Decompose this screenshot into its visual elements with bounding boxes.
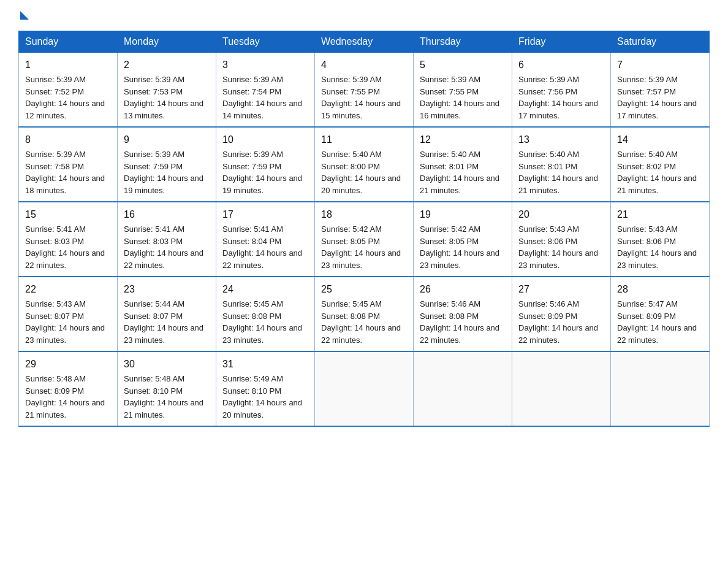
calendar-header: SundayMondayTuesdayWednesdayThursdayFrid… [19, 31, 710, 53]
sunset-label: Sunset: 8:10 PM [124, 386, 183, 396]
daylight-label: Daylight: 14 hours and 22 minutes. [124, 248, 203, 270]
daylight-label: Daylight: 14 hours and 22 minutes. [25, 248, 105, 270]
calendar-body: 1 Sunrise: 5:39 AM Sunset: 7:52 PM Dayli… [19, 53, 710, 427]
calendar-cell: 9 Sunrise: 5:39 AM Sunset: 7:59 PM Dayli… [118, 127, 216, 202]
day-number: 17 [222, 207, 308, 222]
sunset-label: Sunset: 7:57 PM [617, 87, 676, 96]
day-number: 25 [321, 282, 407, 297]
sunrise-label: Sunrise: 5:41 AM [222, 224, 283, 234]
day-number: 13 [518, 132, 604, 147]
day-number: 9 [124, 132, 210, 147]
day-header-saturday: Saturday [611, 31, 710, 53]
daylight-label: Daylight: 14 hours and 23 minutes. [420, 248, 499, 270]
sunrise-label: Sunrise: 5:39 AM [25, 150, 86, 159]
calendar-cell: 22 Sunrise: 5:43 AM Sunset: 8:07 PM Dayl… [19, 277, 118, 351]
calendar-cell [414, 351, 512, 426]
sunrise-label: Sunrise: 5:48 AM [124, 374, 184, 383]
calendar-cell: 18 Sunrise: 5:42 AM Sunset: 8:05 PM Dayl… [315, 202, 414, 277]
calendar-cell: 11 Sunrise: 5:40 AM Sunset: 8:00 PM Dayl… [315, 127, 414, 202]
calendar-cell [315, 351, 414, 426]
calendar-cell: 21 Sunrise: 5:43 AM Sunset: 8:06 PM Dayl… [611, 202, 710, 277]
daylight-label: Daylight: 14 hours and 20 minutes. [321, 174, 401, 195]
day-number: 3 [222, 58, 308, 72]
calendar-cell: 10 Sunrise: 5:39 AM Sunset: 7:59 PM Dayl… [216, 127, 315, 202]
sunset-label: Sunset: 8:09 PM [617, 312, 676, 321]
day-number: 27 [518, 282, 604, 297]
sunset-label: Sunset: 8:01 PM [518, 162, 577, 171]
sunrise-label: Sunrise: 5:39 AM [124, 150, 184, 159]
sunrise-label: Sunrise: 5:40 AM [617, 150, 678, 159]
calendar-cell: 20 Sunrise: 5:43 AM Sunset: 8:06 PM Dayl… [512, 202, 611, 277]
sunrise-label: Sunrise: 5:42 AM [321, 224, 382, 234]
daylight-label: Daylight: 14 hours and 14 minutes. [222, 99, 302, 120]
sunrise-label: Sunrise: 5:48 AM [25, 374, 86, 383]
daylight-label: Daylight: 14 hours and 22 minutes. [222, 248, 302, 270]
sunset-label: Sunset: 8:07 PM [124, 312, 183, 321]
sunset-label: Sunset: 7:55 PM [420, 87, 479, 96]
day-header-monday: Monday [118, 31, 216, 53]
day-number: 18 [321, 207, 407, 222]
daylight-label: Daylight: 14 hours and 22 minutes. [518, 323, 598, 345]
daylight-label: Daylight: 14 hours and 20 minutes. [222, 398, 302, 419]
daylight-label: Daylight: 14 hours and 21 minutes. [25, 398, 105, 419]
day-number: 16 [124, 207, 210, 222]
week-row-5: 29 Sunrise: 5:48 AM Sunset: 8:09 PM Dayl… [19, 351, 710, 426]
daylight-label: Daylight: 14 hours and 23 minutes. [25, 323, 105, 345]
sunrise-label: Sunrise: 5:43 AM [25, 299, 86, 308]
day-header-friday: Friday [512, 31, 611, 53]
week-row-3: 15 Sunrise: 5:41 AM Sunset: 8:03 PM Dayl… [19, 202, 710, 277]
calendar-cell: 24 Sunrise: 5:45 AM Sunset: 8:08 PM Dayl… [216, 277, 315, 351]
week-row-4: 22 Sunrise: 5:43 AM Sunset: 8:07 PM Dayl… [19, 277, 710, 351]
daylight-label: Daylight: 14 hours and 21 minutes. [420, 174, 499, 195]
sunrise-label: Sunrise: 5:45 AM [222, 299, 283, 308]
sunrise-label: Sunrise: 5:46 AM [518, 299, 579, 308]
daylight-label: Daylight: 14 hours and 22 minutes. [617, 323, 697, 345]
calendar-cell: 27 Sunrise: 5:46 AM Sunset: 8:09 PM Dayl… [512, 277, 611, 351]
sunset-label: Sunset: 8:00 PM [321, 162, 380, 171]
daylight-label: Daylight: 14 hours and 19 minutes. [124, 174, 203, 195]
day-number: 1 [25, 58, 111, 72]
calendar-cell: 29 Sunrise: 5:48 AM Sunset: 8:09 PM Dayl… [19, 351, 118, 426]
sunset-label: Sunset: 7:53 PM [124, 87, 183, 96]
day-number: 23 [124, 282, 210, 297]
logo-wordmark [18, 12, 29, 20]
calendar-cell: 17 Sunrise: 5:41 AM Sunset: 8:04 PM Dayl… [216, 202, 315, 277]
sunset-label: Sunset: 8:06 PM [518, 237, 577, 246]
calendar-cell: 30 Sunrise: 5:48 AM Sunset: 8:10 PM Dayl… [118, 351, 216, 426]
day-number: 29 [25, 357, 111, 372]
sunset-label: Sunset: 8:07 PM [25, 312, 84, 321]
day-number: 12 [420, 132, 506, 147]
day-header-tuesday: Tuesday [216, 31, 315, 53]
day-number: 6 [518, 58, 604, 72]
day-number: 2 [124, 58, 210, 72]
day-number: 4 [321, 58, 407, 72]
calendar-cell [611, 351, 710, 426]
calendar-cell: 2 Sunrise: 5:39 AM Sunset: 7:53 PM Dayli… [118, 53, 216, 128]
daylight-label: Daylight: 14 hours and 13 minutes. [124, 99, 203, 120]
day-number: 19 [420, 207, 506, 222]
day-number: 28 [617, 282, 703, 297]
logo [18, 12, 29, 20]
day-number: 11 [321, 132, 407, 147]
sunrise-label: Sunrise: 5:43 AM [518, 224, 579, 234]
sunset-label: Sunset: 7:56 PM [518, 87, 577, 96]
daylight-label: Daylight: 14 hours and 21 minutes. [124, 398, 203, 419]
sunset-label: Sunset: 7:59 PM [222, 162, 281, 171]
sunset-label: Sunset: 8:04 PM [222, 237, 281, 246]
daylight-label: Daylight: 14 hours and 23 minutes. [124, 323, 203, 345]
sunset-label: Sunset: 8:08 PM [420, 312, 479, 321]
sunrise-label: Sunrise: 5:39 AM [25, 75, 86, 84]
day-number: 31 [222, 357, 308, 372]
sunset-label: Sunset: 8:01 PM [420, 162, 479, 171]
daylight-label: Daylight: 14 hours and 21 minutes. [518, 174, 598, 195]
calendar-cell: 13 Sunrise: 5:40 AM Sunset: 8:01 PM Dayl… [512, 127, 611, 202]
sunrise-label: Sunrise: 5:43 AM [617, 224, 678, 234]
calendar-cell: 6 Sunrise: 5:39 AM Sunset: 7:56 PM Dayli… [512, 53, 611, 128]
day-header-thursday: Thursday [414, 31, 512, 53]
day-number: 20 [518, 207, 604, 222]
calendar-cell: 8 Sunrise: 5:39 AM Sunset: 7:58 PM Dayli… [19, 127, 118, 202]
week-row-1: 1 Sunrise: 5:39 AM Sunset: 7:52 PM Dayli… [19, 53, 710, 128]
sunset-label: Sunset: 8:03 PM [124, 237, 183, 246]
calendar-cell: 15 Sunrise: 5:41 AM Sunset: 8:03 PM Dayl… [19, 202, 118, 277]
calendar-cell: 3 Sunrise: 5:39 AM Sunset: 7:54 PM Dayli… [216, 53, 315, 128]
